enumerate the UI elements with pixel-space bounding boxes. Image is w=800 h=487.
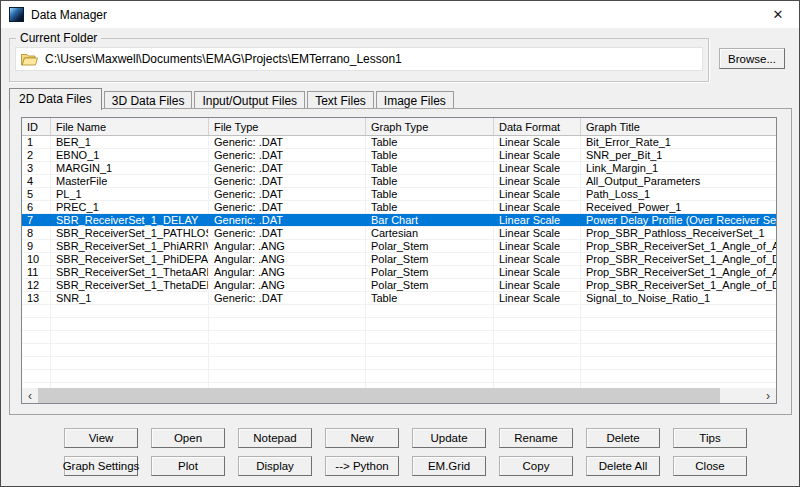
- table-cell: Table: [366, 149, 494, 161]
- table-cell: [51, 305, 209, 317]
- table-column-header[interactable]: Data Format: [494, 118, 581, 135]
- table-cell: Linear Scale: [494, 266, 581, 278]
- table-column-header[interactable]: ID: [22, 118, 51, 135]
- table-row[interactable]: 1BER_1Generic: .DATTableLinear ScaleBit_…: [22, 136, 776, 149]
- tab-3d-data-files[interactable]: 3D Data Files: [104, 91, 193, 109]
- horizontal-scrollbar[interactable]: ‹ ›: [22, 388, 776, 403]
- window-title: Data Manager: [31, 8, 107, 22]
- tab-image-files[interactable]: Image Files: [376, 91, 454, 109]
- rename-button[interactable]: Rename: [499, 428, 573, 448]
- notepad-button[interactable]: Notepad: [238, 428, 312, 448]
- table-cell: BER_1: [51, 136, 209, 148]
- scroll-right-arrow-icon[interactable]: ›: [760, 388, 776, 403]
- graph-settings-button[interactable]: Graph Settings: [64, 456, 138, 476]
- em-grid-button[interactable]: EM.Grid: [412, 456, 486, 476]
- tab-text-files[interactable]: Text Files: [307, 91, 374, 109]
- table-cell: Generic: .DAT: [209, 175, 366, 187]
- tab-2d-data-files[interactable]: 2D Data Files: [9, 88, 102, 110]
- table-cell: Path_Loss_1: [581, 188, 776, 200]
- table-empty-row[interactable]: [22, 331, 776, 344]
- table-row[interactable]: 4MasterFileGeneric: .DATTableLinear Scal…: [22, 175, 776, 188]
- display-button[interactable]: Display: [238, 456, 312, 476]
- scrollbar-track[interactable]: [720, 388, 760, 403]
- table-cell: [209, 331, 366, 343]
- table-cell: 7: [22, 214, 51, 226]
- table-row[interactable]: 9SBR_ReceiverSet_1_PhiARRIVALAngular: .A…: [22, 240, 776, 253]
- table-cell: [366, 318, 494, 330]
- table-row[interactable]: 5PL_1Generic: .DATTableLinear ScalePath_…: [22, 188, 776, 201]
- table-empty-row[interactable]: [22, 318, 776, 331]
- table-cell: Generic: .DAT: [209, 162, 366, 174]
- table-row[interactable]: 11SBR_ReceiverSet_1_ThetaARRI...Angular:…: [22, 266, 776, 279]
- table-cell: Generic: .DAT: [209, 292, 366, 304]
- table-row[interactable]: 10SBR_ReceiverSet_1_PhiDEPART...Angular:…: [22, 253, 776, 266]
- table-cell: [22, 344, 51, 356]
- scroll-left-arrow-icon[interactable]: ‹: [22, 388, 38, 403]
- table-header-row: IDFile NameFile TypeGraph TypeData Forma…: [22, 118, 776, 136]
- table-cell: 3: [22, 162, 51, 174]
- tab-strip: 2D Data Files3D Data FilesInput/Output F…: [9, 87, 456, 109]
- table-cell: Linear Scale: [494, 227, 581, 239]
- table-cell: Generic: .DAT: [209, 136, 366, 148]
- close-button[interactable]: ✕: [757, 1, 799, 28]
- table-empty-row[interactable]: [22, 357, 776, 370]
- table-cell: SNR_1: [51, 292, 209, 304]
- current-folder-label: Current Folder: [16, 31, 101, 45]
- new-button[interactable]: New: [325, 428, 399, 448]
- copy-button[interactable]: Copy: [499, 456, 573, 476]
- table-cell: Linear Scale: [494, 292, 581, 304]
- table-cell: [209, 370, 366, 382]
- table-cell: Linear Scale: [494, 240, 581, 252]
- plot-button[interactable]: Plot: [151, 456, 225, 476]
- table-column-header[interactable]: Graph Type: [366, 118, 494, 135]
- table-cell: [581, 344, 776, 356]
- table-cell: Generic: .DAT: [209, 227, 366, 239]
- open-button[interactable]: Open: [151, 428, 225, 448]
- delete-button[interactable]: Delete: [586, 428, 660, 448]
- table-cell: SBR_ReceiverSet_1_DELAY: [51, 214, 209, 226]
- table-cell: Signal_to_Noise_Ratio_1: [581, 292, 776, 304]
- close-button[interactable]: Close: [673, 456, 747, 476]
- table-empty-row[interactable]: [22, 344, 776, 357]
- table-cell: Angular: .ANG: [209, 253, 366, 265]
- table-row[interactable]: 8SBR_ReceiverSet_1_PATHLOSSGeneric: .DAT…: [22, 227, 776, 240]
- table-cell: [51, 370, 209, 382]
- table-row[interactable]: 3MARGIN_1Generic: .DATTableLinear ScaleL…: [22, 162, 776, 175]
- table-row[interactable]: 6PREC_1Generic: .DATTableLinear ScaleRec…: [22, 201, 776, 214]
- view-button[interactable]: View: [64, 428, 138, 448]
- table-cell: PREC_1: [51, 201, 209, 213]
- table-column-header[interactable]: Graph Title: [581, 118, 777, 135]
- scrollbar-thumb[interactable]: [38, 388, 720, 403]
- table-row[interactable]: 7SBR_ReceiverSet_1_DELAYGeneric: .DATBar…: [22, 214, 776, 227]
- table-cell: Polar_Stem: [366, 266, 494, 278]
- table-cell: 6: [22, 201, 51, 213]
- table-cell: Table: [366, 201, 494, 213]
- table-empty-row[interactable]: [22, 383, 776, 388]
- table-cell: [494, 305, 581, 317]
- table-cell: Prop_SBR_ReceiverSet_1_Angle_of_Arrival(…: [581, 240, 776, 252]
- table-row[interactable]: 2EBNO_1Generic: .DATTableLinear ScaleSNR…: [22, 149, 776, 162]
- table-cell: [51, 331, 209, 343]
- table-column-header[interactable]: File Name: [51, 118, 209, 135]
- delete-all-button[interactable]: Delete All: [586, 456, 660, 476]
- folder-path-field[interactable]: C:\Users\Maxwell\Documents\EMAG\Projects…: [15, 47, 703, 71]
- table-empty-row[interactable]: [22, 370, 776, 383]
- tips-button[interactable]: Tips: [673, 428, 747, 448]
- table-row[interactable]: 12SBR_ReceiverSet_1_ThetaDEPA...Angular:…: [22, 279, 776, 292]
- table-row[interactable]: 13SNR_1Generic: .DATTableLinear ScaleSig…: [22, 292, 776, 305]
- table-cell: 10: [22, 253, 51, 265]
- update-button[interactable]: Update: [412, 428, 486, 448]
- table-cell: [494, 318, 581, 330]
- title-bar: Data Manager ✕: [1, 1, 799, 28]
- table-cell: 1: [22, 136, 51, 148]
- table-cell: Bit_Error_Rate_1: [581, 136, 776, 148]
- table-column-header[interactable]: File Type: [209, 118, 366, 135]
- browse-button[interactable]: Browse...: [719, 48, 785, 69]
- table-cell: [51, 357, 209, 369]
- table-cell: [22, 331, 51, 343]
- tab-input-output-files[interactable]: Input/Output Files: [194, 91, 305, 109]
- -python-button[interactable]: --> Python: [325, 456, 399, 476]
- open-folder-icon: [21, 53, 38, 66]
- table-cell: [366, 305, 494, 317]
- table-empty-row[interactable]: [22, 305, 776, 318]
